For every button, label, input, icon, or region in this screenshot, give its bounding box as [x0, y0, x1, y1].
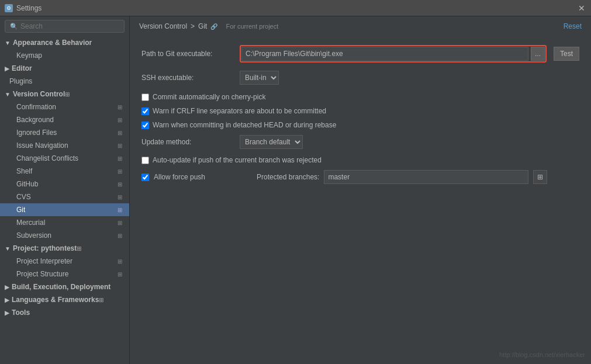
- sidebar-item-appearance[interactable]: ▼ Appearance & Behavior: [0, 36, 129, 49]
- crlf-label: Warn if CRLF line separators are about t…: [153, 107, 326, 115]
- copy-icon: ⊞: [117, 130, 122, 136]
- copy-icon: ⊞: [117, 181, 122, 188]
- main-content: 🔍 ▼ Appearance & Behavior Keymap ▶ Edito…: [0, 16, 591, 364]
- sidebar-item-plugins[interactable]: Plugins: [0, 75, 129, 88]
- sidebar-item-label: Background: [16, 116, 54, 124]
- update-method-label: Update method:: [141, 138, 235, 146]
- window-title: Settings: [16, 4, 42, 12]
- auto-update-label: Auto-update if push of the current branc…: [153, 156, 322, 164]
- copy-icon: ⊞: [117, 117, 122, 123]
- title-bar: ⚙ Settings ✕: [0, 0, 591, 16]
- settings-icon: ⚙: [5, 4, 13, 12]
- sidebar-item-label: GitHub: [16, 180, 38, 188]
- sidebar-item-label: Project Structure: [16, 270, 68, 278]
- sidebar-item-label: Plugins: [9, 77, 32, 85]
- update-method-row: Update method: Branch default Merge Reba…: [141, 135, 579, 149]
- cherry-pick-label: Commit automatically on cherry-pick: [153, 93, 265, 101]
- copy-icon: ⊞: [117, 220, 122, 226]
- sidebar-item-label: Version Control: [13, 90, 65, 98]
- copy-icon: ⊞: [117, 194, 122, 200]
- sidebar-item-label: Build, Execution, Deployment: [12, 283, 110, 291]
- expand-arrow: ▶: [5, 297, 9, 303]
- breadcrumb-icon: 🔗: [210, 23, 217, 30]
- sidebar-item-label: Editor: [12, 64, 32, 72]
- git-path-input[interactable]: [241, 47, 528, 61]
- ssh-label: SSH executable:: [141, 74, 235, 82]
- sidebar-item-background[interactable]: Background ⊞: [0, 113, 129, 126]
- close-button[interactable]: ✕: [578, 4, 586, 12]
- auto-update-row: Auto-update if push of the current branc…: [141, 156, 579, 164]
- sidebar-item-project[interactable]: ▼ Project: pythontest ⊞: [0, 242, 129, 255]
- copy-icon: ⊞: [117, 104, 122, 110]
- sidebar-item-label: Languages & Frameworks: [12, 296, 99, 304]
- sidebar-item-keymap[interactable]: Keymap: [0, 49, 129, 62]
- expand-arrow: ▼: [5, 40, 11, 46]
- search-input[interactable]: [20, 22, 119, 30]
- breadcrumb-part1: Version Control: [139, 22, 187, 30]
- copy-icon: ⊞: [77, 245, 81, 252]
- sidebar-item-label: Keymap: [16, 51, 42, 60]
- sidebar-item-label: Issue Navigation: [16, 141, 68, 150]
- expand-arrow: ▼: [5, 245, 11, 252]
- sidebar-item-cvs[interactable]: CVS ⊞: [0, 190, 129, 203]
- sidebar-item-subversion[interactable]: Subversion ⊞: [0, 229, 129, 242]
- browse-button[interactable]: ...: [531, 47, 545, 61]
- protected-branches-label: Protected branches:: [257, 173, 319, 181]
- search-container[interactable]: 🔍: [5, 20, 125, 33]
- detached-head-checkbox[interactable]: [141, 122, 149, 129]
- git-path-container: ...: [240, 45, 547, 63]
- cherry-pick-checkbox[interactable]: [141, 93, 149, 101]
- breadcrumb-separator: >: [191, 22, 195, 30]
- sidebar-item-label: Mercurial: [16, 219, 45, 227]
- update-method-select[interactable]: Branch default Merge Rebase: [240, 135, 303, 149]
- sidebar-item-label: Project Interpreter: [16, 257, 72, 265]
- sidebar-item-languages[interactable]: ▶ Languages & Frameworks ⊞: [0, 293, 129, 306]
- sidebar-item-project-structure[interactable]: Project Structure ⊞: [0, 268, 129, 280]
- sidebar-item-ignored-files[interactable]: Ignored Files ⊞: [0, 126, 129, 139]
- copy-icon: ⊞: [99, 297, 103, 303]
- crlf-checkbox[interactable]: [141, 108, 149, 115]
- sidebar-item-build[interactable]: ▶ Build, Execution, Deployment: [0, 280, 129, 293]
- sidebar-item-tools[interactable]: ▶ Tools: [0, 306, 129, 319]
- test-button[interactable]: Test: [554, 47, 579, 61]
- sidebar-item-editor[interactable]: ▶ Editor: [0, 62, 129, 75]
- sidebar-item-changelist-conflicts[interactable]: Changelist Conflicts ⊞: [0, 152, 129, 165]
- allow-force-checkbox[interactable]: [141, 174, 149, 181]
- reset-button[interactable]: Reset: [564, 22, 582, 30]
- sidebar-item-project-interpreter[interactable]: Project Interpreter ⊞: [0, 255, 129, 268]
- sidebar-item-confirmation[interactable]: Confirmation ⊞: [0, 100, 129, 113]
- sidebar-item-label: CVS: [16, 193, 31, 201]
- detached-head-label: Warn when committing in detached HEAD or…: [153, 121, 336, 129]
- watermark: http://blog.csdn.net/xierhacker: [499, 351, 585, 358]
- sidebar-item-label: Ignored Files: [16, 129, 57, 137]
- auto-update-checkbox[interactable]: [141, 157, 149, 164]
- sidebar-item-shelf[interactable]: Shelf ⊞: [0, 165, 129, 178]
- git-path-label: Path to Git executable:: [141, 50, 235, 58]
- crlf-row: Warn if CRLF line separators are about t…: [141, 107, 579, 115]
- force-push-row: Allow force push Protected branches: ⊞: [141, 170, 579, 184]
- add-branch-button[interactable]: ⊞: [533, 170, 547, 184]
- sidebar-item-label: Appearance & Behavior: [13, 39, 92, 47]
- copy-icon: ⊞: [117, 207, 122, 213]
- sidebar-item-label: Changelist Conflicts: [16, 154, 78, 162]
- cherry-pick-row: Commit automatically on cherry-pick: [141, 93, 579, 101]
- sidebar-item-label: Subversion: [16, 231, 51, 240]
- sidebar-item-label: Git: [16, 206, 25, 214]
- copy-icon: ⊞: [117, 271, 122, 278]
- for-project-note: For current project: [226, 23, 278, 30]
- breadcrumb-part2: Git: [198, 22, 207, 30]
- protected-branches-input[interactable]: [324, 170, 528, 184]
- copy-icon: ⊞: [117, 155, 122, 162]
- search-icon: 🔍: [10, 23, 18, 30]
- expand-arrow: ▶: [5, 284, 9, 290]
- sidebar-item-git[interactable]: Git ⊞: [0, 203, 129, 216]
- settings-window: ⚙ Settings ✕ 🔍 ▼ Appearance & Behavior K…: [0, 0, 591, 364]
- sidebar-item-version-control[interactable]: ▼ Version Control ⊞: [0, 88, 129, 100]
- content-header: Version Control > Git 🔗 For current proj…: [130, 16, 591, 36]
- sidebar-item-issue-navigation[interactable]: Issue Navigation ⊞: [0, 139, 129, 152]
- title-bar-left: ⚙ Settings: [5, 4, 42, 12]
- sidebar-item-label: Shelf: [16, 167, 32, 175]
- sidebar-item-mercurial[interactable]: Mercurial ⊞: [0, 216, 129, 229]
- sidebar-item-github[interactable]: GitHub ⊞: [0, 178, 129, 190]
- ssh-select[interactable]: Built-in Native: [240, 71, 279, 85]
